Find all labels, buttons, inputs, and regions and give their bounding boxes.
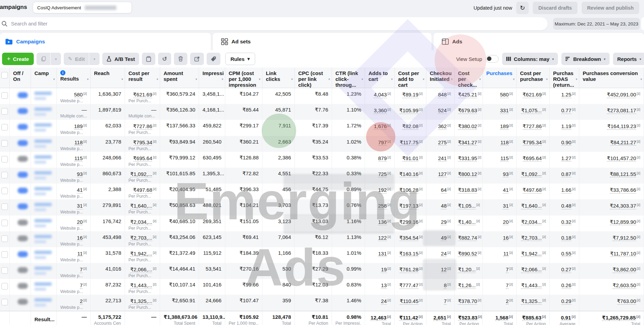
campaign-toggle[interactable] [10,168,31,184]
column-header-cost-per-result[interactable]: Cost per result▼ [125,67,160,88]
row-checkbox[interactable] [0,88,10,104]
column-header-cost-per-check[interactable]: Cost per check...▼ [455,67,483,88]
campaign-toggle[interactable] [10,231,31,247]
row-checkbox[interactable] [0,152,10,168]
campaign-name-redacted[interactable] [31,247,57,263]
column-header-purchases[interactable]: Purchases▼ [483,67,517,88]
campaign-toggle[interactable] [10,216,31,231]
delete-button[interactable] [174,53,187,65]
view-setup-toggle[interactable] [486,55,499,63]
duplicate-dropdown[interactable]: ▾ [51,53,61,65]
campaign-name-redacted[interactable] [31,231,57,247]
cell-checkouts-initiated: 362[2] [426,120,455,136]
duplicate-button[interactable] [37,53,50,65]
campaign-toggle[interactable] [10,104,31,120]
campaign-toggle[interactable] [10,88,31,104]
column-header-checkou-initiated[interactable]: Checkou Initiated▼ [426,67,455,88]
tab-ads[interactable]: Ads [434,33,644,50]
refresh-button[interactable]: ↻ [516,2,529,14]
column-header-purchas-roas-return[interactable]: Purchas ROAS (return...▼ [550,67,579,88]
column-header-cost-per-add-to-cart[interactable]: Cost per add to cart▼ [395,67,426,88]
column-header-cpc-cost-per-link-click[interactable]: CPC (cost per link click)▼ [295,67,332,88]
column-header-amount-spent[interactable]: Amount spent▼ [160,67,199,88]
campaign-toggle[interactable] [10,279,31,295]
campaign-name-redacted[interactable] [31,136,57,152]
campaign-name-redacted[interactable] [31,199,57,215]
tab-campaigns[interactable]: Campaigns [0,33,211,50]
account-dropdown[interactable]: CosIQ Advertisement [33,2,132,13]
edit-dropdown[interactable]: ▾ [89,53,100,65]
cell-cost-per-add-to-cart: ₹91.01[2] [395,152,426,168]
cell-cpm: ₹360.21 [225,136,262,152]
column-header-adds-to-cart[interactable]: Adds to cart▼ [365,67,395,88]
row-checkbox[interactable] [0,216,10,231]
pin-note-button[interactable] [142,53,155,65]
row-checkbox[interactable] [0,168,10,184]
header-select-all-checkbox[interactable] [0,67,10,88]
cell-impressions: 623,145 [199,231,225,247]
cell-impressions: 260,540 [199,136,225,152]
cell-cpc: ₹12.03 [295,279,332,295]
row-checkbox[interactable] [0,120,10,136]
campaign-name-redacted[interactable] [31,216,57,231]
column-header-off-on[interactable]: Off / On [10,67,31,88]
row-checkbox[interactable] [0,136,10,152]
undo-button[interactable]: ↺ [158,53,171,65]
campaign-name-redacted[interactable] [31,88,57,104]
column-header-results[interactable]: iResults▼ [57,67,91,88]
campaign-name-redacted[interactable] [31,295,57,311]
campaign-name-redacted[interactable] [31,104,57,120]
search-row: Search and filter Maximum: Dec 22, 2021 … [0,16,644,32]
column-header-impressi[interactable]: Impressi▼ [199,67,225,88]
trash-icon [178,56,183,62]
rules-button[interactable]: Rules▾ [225,53,255,65]
campaign-name-redacted[interactable] [31,263,57,279]
ab-test-button[interactable]: A/B Test [102,53,139,65]
row-checkbox[interactable] [0,231,10,247]
row-checkbox[interactable] [0,247,10,263]
column-header-ctr-link-click-throug[interactable]: CTR (link click-throug...▼ [332,67,365,88]
edit-button[interactable]: ✎Edit [64,53,89,65]
tag-button[interactable] [207,53,220,65]
campaign-name-redacted[interactable] [31,152,57,168]
tab-ads-label: Ads [452,39,462,45]
create-button[interactable]: +Create [2,53,34,65]
row-checkbox[interactable] [0,199,10,215]
column-header-reach[interactable]: Reach▼ [91,67,125,88]
cell-ctr: 0.38% [332,152,365,168]
cell-adds-to-cart: 192[2] [365,184,395,199]
cell-ctr: 0.89% [332,184,365,199]
campaign-toggle[interactable] [10,136,31,152]
campaign-toggle[interactable] [10,263,31,279]
reports-button[interactable]: Reports▾ [613,53,644,65]
campaign-toggle[interactable] [10,199,31,215]
tab-ad-sets[interactable]: Ad sets [213,33,432,50]
column-header-purchases-conversion-value[interactable]: Purchases conversion value▼ [579,67,644,88]
columns-button[interactable]: Columns: may▾ [502,53,558,65]
column-header-cpm-cost-per-1-000-impression[interactable]: CPM (cost per 1,000 impression▼ [225,67,262,88]
campaign-name-redacted[interactable] [31,168,57,184]
campaign-name-redacted[interactable] [31,184,57,199]
column-header-cost-per-purchase[interactable]: Cost per purchase▼ [517,67,550,88]
row-checkbox[interactable] [0,104,10,120]
export-button[interactable] [190,53,204,65]
campaign-name-redacted[interactable] [31,120,57,136]
row-checkbox[interactable] [0,279,10,295]
breakdown-button[interactable]: Breakdown▾ [561,53,610,65]
campaign-toggle[interactable] [10,247,31,263]
column-header-link-clicks[interactable]: Link clicks▼ [262,67,295,88]
row-checkbox[interactable] [0,184,10,199]
review-publish-button[interactable]: Review and publish [582,2,639,14]
row-checkbox[interactable] [0,295,10,311]
column-header-camp[interactable]: Camp▼ [31,67,57,88]
checkbox-icon [1,124,8,130]
campaign-toggle[interactable] [10,120,31,136]
date-range-button[interactable]: Maximum: Dec 22, 2021 – May 23, 2023 [553,18,640,30]
search-input[interactable]: Search and filter [0,17,548,30]
campaign-name-redacted[interactable] [31,279,57,295]
campaign-toggle[interactable] [10,152,31,168]
campaign-toggle[interactable] [10,184,31,199]
campaign-toggle[interactable] [10,295,31,311]
row-checkbox[interactable] [0,263,10,279]
discard-drafts-button[interactable]: Discard drafts [533,2,578,14]
